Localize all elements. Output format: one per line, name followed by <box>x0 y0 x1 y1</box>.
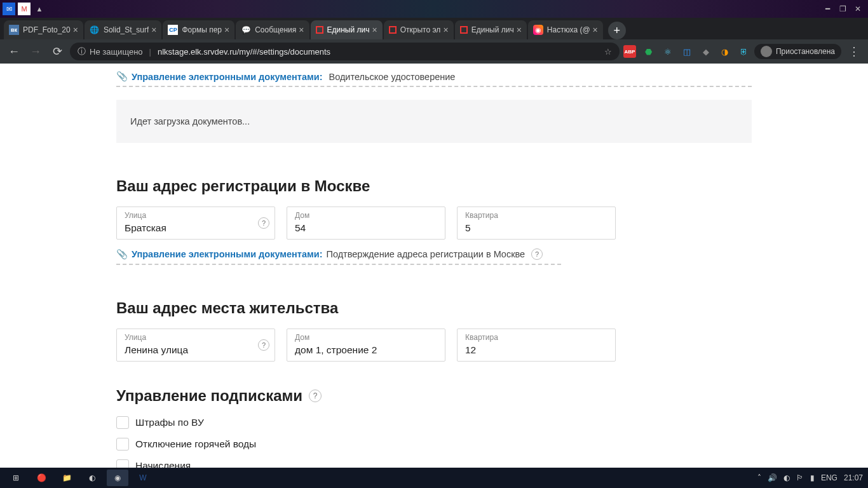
tab-pdf[interactable]: вкPDF_Foto_20× <box>4 20 83 39</box>
star-icon[interactable]: ☆ <box>604 47 612 57</box>
paperclip-icon: 📎 <box>116 249 128 260</box>
paperclip-icon: 📎 <box>116 71 128 82</box>
field-value: дом 1, строение 2 <box>295 344 437 356</box>
reload-button[interactable]: ⟳ <box>48 43 66 60</box>
taskbar-explorer-icon[interactable]: 📁 <box>56 470 78 486</box>
close-icon[interactable]: × <box>151 25 156 35</box>
kebab-menu-button[interactable]: ⋮ <box>845 43 863 60</box>
instagram-icon: ◉ <box>533 25 543 35</box>
clock[interactable]: 21:07 <box>844 473 863 482</box>
info-icon: ⓘ <box>78 46 86 57</box>
page-viewport[interactable]: 📎 Управление электронными документами: В… <box>0 64 868 468</box>
field-value: 54 <box>295 222 437 234</box>
help-icon[interactable]: ? <box>258 339 269 351</box>
doc-mgmt-license-label: Водительское удостоверение <box>329 72 455 82</box>
field-label: Улица <box>125 333 267 342</box>
extension-icon[interactable]: ◑ <box>719 45 731 58</box>
close-icon[interactable]: × <box>73 25 78 35</box>
registration-row: Улица Братская ? Дом 54 Квартира 5 <box>116 207 752 240</box>
window-close-button[interactable]: ✕ <box>850 3 865 15</box>
subscriptions-heading: Управление подписками ? <box>116 387 752 405</box>
dashed-divider <box>116 86 752 87</box>
field-value: 5 <box>465 222 607 234</box>
square-icon <box>389 26 397 34</box>
chat-icon: 💬 <box>241 25 251 35</box>
tab-forms[interactable]: СРФормы пер× <box>163 20 234 39</box>
extension-react-icon[interactable]: ⚛ <box>661 45 674 58</box>
extension-shield-icon[interactable]: ⬣ <box>642 45 655 58</box>
extension-icon[interactable]: ◆ <box>700 45 712 58</box>
avatar-icon <box>761 46 772 57</box>
app-icon-gmail[interactable]: M <box>18 3 31 15</box>
help-icon[interactable]: ? <box>258 217 269 229</box>
subscription-label: Штрафы по ВУ <box>135 417 204 428</box>
forward-button[interactable]: → <box>27 43 44 60</box>
tray-steam-icon[interactable]: ◐ <box>783 473 790 482</box>
doc-mgmt-prefix: Управление электронными документами: <box>132 249 322 259</box>
subscription-row: Отключение горячей воды <box>116 438 752 451</box>
window-maximize-button[interactable]: ❐ <box>835 3 850 15</box>
close-icon[interactable]: × <box>593 25 598 35</box>
start-button[interactable]: ⊞ <box>5 470 27 486</box>
taskbar-app-icon[interactable]: 🔴 <box>31 470 52 486</box>
subscriptions-heading-text: Управление подписками <box>116 387 302 405</box>
apartment-field[interactable]: Квартира 5 <box>457 207 616 240</box>
help-icon[interactable]: ? <box>531 248 543 260</box>
window-minimize-button[interactable]: ━ <box>820 3 835 15</box>
tab-open[interactable]: Открыто эл× <box>384 20 454 39</box>
close-icon[interactable]: × <box>299 25 304 35</box>
app-icon-mail[interactable]: ✉ <box>3 3 15 15</box>
tray-volume-icon[interactable]: 🔊 <box>768 473 777 482</box>
square-icon <box>460 26 468 34</box>
new-tab-button[interactable]: + <box>608 22 626 39</box>
tab-label: Сообщения <box>255 25 296 34</box>
field-label: Дом <box>295 211 437 220</box>
checkbox-charges[interactable] <box>116 459 129 468</box>
apartment-field[interactable]: Квартира 12 <box>457 329 616 362</box>
street-field[interactable]: Улица Братская ? <box>116 207 275 240</box>
url-text: nlkstage.elk.srvdev.ru/my/#/settings/doc… <box>158 47 598 57</box>
extensions-area: ABP ⬣ ⚛ ◫ ◆ ◑ ⛨ <box>623 45 750 58</box>
app-icon-drive[interactable]: ▲ <box>33 3 46 15</box>
house-field[interactable]: Дом 54 <box>287 207 445 240</box>
back-button[interactable]: ← <box>5 43 23 60</box>
tab-instagram[interactable]: ◉Настюха (@× <box>528 20 603 39</box>
tray-chevron-up-icon[interactable]: ˄ <box>757 473 761 482</box>
street-field[interactable]: Улица Ленина улица ? <box>116 329 275 362</box>
abp-extension-icon[interactable]: ABP <box>623 45 636 58</box>
checkbox-fines[interactable] <box>116 416 129 429</box>
address-bar[interactable]: ⓘНе защищено | nlkstage.elk.srvdev.ru/my… <box>70 43 620 60</box>
tab-messages[interactable]: 💬Сообщения× <box>236 20 309 39</box>
field-value: 12 <box>465 344 607 356</box>
subscription-label: Начисления <box>135 460 191 468</box>
security-indicator[interactable]: ⓘНе защищено <box>78 46 143 57</box>
field-value: Братская <box>125 222 267 234</box>
close-icon[interactable]: × <box>517 25 522 35</box>
house-field[interactable]: Дом дом 1, строение 2 <box>287 329 445 362</box>
field-label: Улица <box>125 211 267 220</box>
close-icon[interactable]: × <box>224 25 229 35</box>
tab-elk-active[interactable]: Единый лич× <box>311 20 383 39</box>
extension-shield2-icon[interactable]: ⛨ <box>738 45 750 58</box>
windows-taskbar: ⊞ 🔴 📁 ◐ ◉ W ˄ 🔊 ◐ 🏳 ▮ ENG 21:07 <box>0 468 868 488</box>
extension-box-icon[interactable]: ◫ <box>681 45 693 58</box>
close-icon[interactable]: × <box>443 25 448 35</box>
doc-management-address[interactable]: 📎 Управление электронными документами: П… <box>116 248 752 265</box>
help-icon[interactable]: ? <box>309 390 322 402</box>
browser-tabstrip: вкPDF_Foto_20× 🌐Solid_St_surf× СРФормы п… <box>0 18 868 39</box>
tab-elk2[interactable]: Единый лич× <box>455 20 527 39</box>
profile-chip[interactable]: Приостановлена <box>754 44 841 59</box>
tray-network-icon[interactable]: ▮ <box>810 473 815 482</box>
tray-flag-icon[interactable]: 🏳 <box>796 473 804 482</box>
window-titlebar: ✉ M ▲ ━ ❐ ✕ <box>0 0 868 18</box>
taskbar-word-icon[interactable]: W <box>132 470 154 486</box>
taskbar-chrome-icon[interactable]: ◉ <box>107 470 128 486</box>
taskbar-steam-icon[interactable]: ◐ <box>81 470 103 486</box>
registration-heading: Ваш адрес регистрации в Москве <box>116 177 752 195</box>
close-icon[interactable]: × <box>372 25 377 35</box>
doc-management-license[interactable]: 📎 Управление электронными документами: В… <box>116 64 752 86</box>
language-indicator[interactable]: ENG <box>821 473 837 482</box>
security-label: Не защищено <box>90 47 143 57</box>
tab-solid[interactable]: 🌐Solid_St_surf× <box>85 20 162 39</box>
checkbox-hotwater[interactable] <box>116 438 129 451</box>
